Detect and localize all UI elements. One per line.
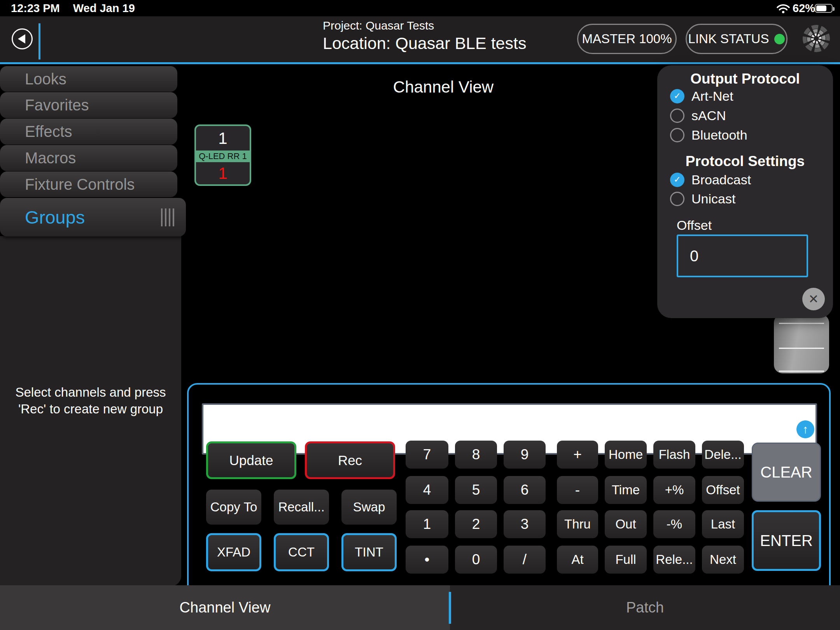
tab-channel-view[interactable]: Channel View bbox=[0, 585, 450, 630]
sidebar-item-label: Fixture Controls bbox=[25, 176, 135, 193]
fader-line bbox=[779, 348, 824, 349]
update-button[interactable]: Update bbox=[206, 441, 296, 479]
channel-value: 1 bbox=[196, 162, 250, 184]
clear-button[interactable]: CLEAR bbox=[752, 443, 821, 502]
back-arrow-icon bbox=[18, 34, 25, 44]
wifi-icon bbox=[776, 4, 790, 15]
tint-button[interactable]: TINT bbox=[341, 533, 397, 571]
link-status-button[interactable]: LINK STATUS bbox=[686, 24, 788, 54]
recall-button[interactable]: Recall... bbox=[274, 490, 329, 525]
drag-handle-icon[interactable] bbox=[159, 208, 174, 226]
radio-row-artnet[interactable]: Art-Net bbox=[670, 86, 733, 106]
header-divider bbox=[38, 23, 40, 60]
rec-button[interactable]: Rec bbox=[305, 441, 395, 479]
last-button[interactable]: Last bbox=[702, 510, 744, 538]
radio-row-sacn[interactable]: sACN bbox=[670, 106, 726, 125]
key-4[interactable]: 4 bbox=[406, 476, 448, 504]
radio-label: Broadcast bbox=[691, 172, 751, 187]
sidebar-item-macros[interactable]: Macros bbox=[0, 145, 177, 171]
channel-number: 1 bbox=[196, 126, 250, 150]
output-protocol-title: Output Protocol bbox=[657, 71, 833, 87]
key-2[interactable]: 2 bbox=[455, 510, 497, 538]
fader-line bbox=[779, 323, 824, 324]
cct-button[interactable]: CCT bbox=[274, 533, 329, 571]
key-8[interactable]: 8 bbox=[455, 441, 497, 469]
out-button[interactable]: Out bbox=[605, 510, 647, 538]
radio-label: Art-Net bbox=[691, 89, 733, 104]
bottom-tab-bar: Channel View Patch bbox=[0, 585, 840, 630]
tab-patch[interactable]: Patch bbox=[450, 585, 840, 630]
fader-line bbox=[779, 371, 824, 372]
protocol-settings-title: Protocol Settings bbox=[657, 153, 833, 170]
project-title: Project: Quasar Tests bbox=[323, 19, 434, 32]
enter-button[interactable]: ENTER bbox=[752, 510, 821, 571]
output-protocol-popover: Output Protocol Art-Net sACN Bluetooth P… bbox=[657, 65, 833, 318]
location-title: Location: Quasar BLE tests bbox=[323, 34, 526, 53]
sidebar-item-label: Macros bbox=[25, 149, 76, 167]
swap-button[interactable]: Swap bbox=[341, 490, 397, 525]
master-level-button[interactable]: MASTER 100% bbox=[577, 24, 677, 54]
delete-button[interactable]: Dele... bbox=[702, 441, 744, 469]
header-accent-line bbox=[0, 62, 840, 64]
home-button[interactable]: Home bbox=[605, 441, 647, 469]
channel-tile-1[interactable]: 1 Q-LED RR 1 1 bbox=[194, 124, 251, 186]
flash-button[interactable]: Flash bbox=[653, 441, 695, 469]
key-1[interactable]: 1 bbox=[406, 510, 448, 538]
key-dot[interactable]: • bbox=[406, 546, 448, 574]
battery-nub bbox=[833, 7, 835, 11]
offset-button[interactable]: Offset bbox=[702, 476, 744, 504]
clock: 12:23 PMWed Jan 19 bbox=[11, 2, 148, 15]
next-button[interactable]: Next bbox=[702, 546, 744, 574]
key-plus[interactable]: + bbox=[557, 441, 598, 469]
key-7[interactable]: 7 bbox=[406, 441, 448, 469]
time-button[interactable]: Time bbox=[605, 476, 647, 504]
full-button[interactable]: Full bbox=[605, 546, 647, 574]
radio-row-unicast[interactable]: Unicast bbox=[670, 189, 735, 208]
radio-broadcast[interactable] bbox=[670, 173, 684, 187]
key-5[interactable]: 5 bbox=[455, 476, 497, 504]
keyboard-up-icon[interactable]: ↑ bbox=[796, 420, 814, 438]
master-fader-handle[interactable] bbox=[774, 314, 829, 373]
sidebar-item-favorites[interactable]: Favorites bbox=[0, 92, 177, 118]
back-button[interactable] bbox=[12, 28, 33, 49]
radio-row-broadcast[interactable]: Broadcast bbox=[670, 170, 751, 189]
tab-label: Patch bbox=[626, 599, 664, 616]
copy-to-button[interactable]: Copy To bbox=[206, 490, 261, 525]
groups-hint-line2: 'Rec' to create new group bbox=[2, 401, 180, 418]
release-button[interactable]: Rele... bbox=[653, 546, 695, 574]
sidebar-item-effects[interactable]: Effects bbox=[0, 119, 177, 145]
sidebar-item-label: Effects bbox=[25, 123, 72, 140]
radio-unicast[interactable] bbox=[670, 192, 684, 206]
radio-artnet[interactable] bbox=[670, 89, 684, 103]
key-6[interactable]: 6 bbox=[504, 476, 546, 504]
plus-percent-button[interactable]: +% bbox=[653, 476, 695, 504]
key-at[interactable]: At bbox=[557, 546, 598, 574]
status-bar: 12:23 PMWed Jan 19 62% bbox=[0, 0, 840, 16]
channel-name: Q-LED RR 1 bbox=[196, 150, 250, 162]
status-time: 12:23 PM bbox=[11, 2, 60, 14]
radio-sacn[interactable] bbox=[670, 108, 684, 123]
sidebar-item-fixture-controls[interactable]: Fixture Controls bbox=[0, 172, 177, 197]
groups-hint: Select channels and press 'Rec' to creat… bbox=[2, 384, 180, 418]
minus-percent-button[interactable]: -% bbox=[653, 510, 695, 538]
battery-icon bbox=[815, 4, 833, 13]
offset-input[interactable] bbox=[677, 234, 808, 277]
sidebar-item-looks[interactable]: Looks bbox=[0, 66, 177, 92]
battery-fill bbox=[816, 5, 826, 11]
key-9[interactable]: 9 bbox=[504, 441, 546, 469]
key-3[interactable]: 3 bbox=[504, 510, 546, 538]
close-icon[interactable]: ✕ bbox=[802, 288, 825, 310]
key-slash[interactable]: / bbox=[504, 546, 546, 574]
sidebar-item-label: Favorites bbox=[25, 96, 89, 114]
radio-row-bluetooth[interactable]: Bluetooth bbox=[670, 125, 747, 145]
signal-rings-icon[interactable] bbox=[802, 24, 831, 53]
key-thru[interactable]: Thru bbox=[557, 510, 598, 538]
key-0[interactable]: 0 bbox=[455, 546, 497, 574]
battery-percent: 62% bbox=[793, 2, 815, 15]
radio-label: Unicast bbox=[691, 191, 735, 206]
xfad-button[interactable]: XFAD bbox=[206, 533, 261, 571]
radio-bluetooth[interactable] bbox=[670, 128, 684, 142]
key-minus[interactable]: - bbox=[557, 476, 598, 504]
tab-label: Channel View bbox=[180, 599, 271, 616]
sidebar-item-groups[interactable]: Groups bbox=[0, 198, 186, 236]
